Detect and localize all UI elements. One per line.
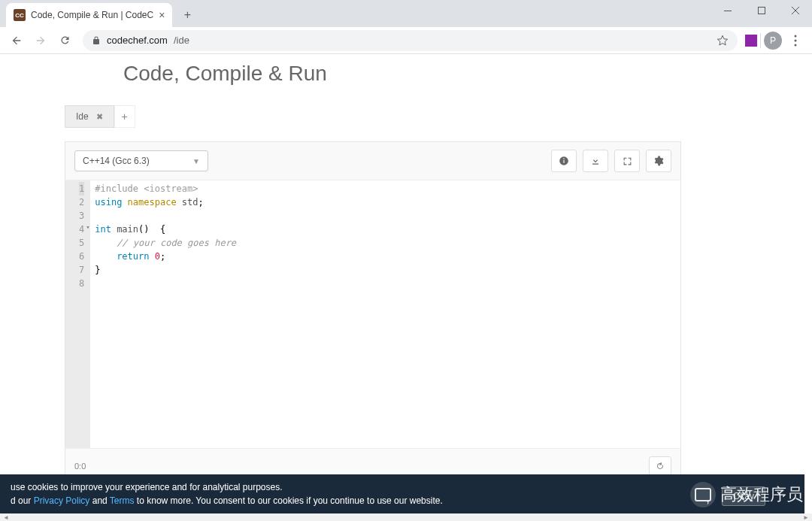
settings-button[interactable] <box>646 150 671 172</box>
horizontal-scrollbar[interactable]: ◄ ► <box>0 513 812 521</box>
toolbar-divider <box>760 33 761 48</box>
url-host: codechef.com <box>107 35 168 46</box>
page-title: Code, Compile & Run <box>123 62 681 86</box>
tab-title: Code, Compile & Run | CodeC <box>31 10 153 20</box>
svg-point-6 <box>795 44 797 46</box>
ide-tab-label: Ide <box>76 111 89 122</box>
svg-rect-1 <box>758 8 765 14</box>
cookie-banner: use cookies to improve your experience a… <box>0 474 804 513</box>
lock-icon <box>92 35 101 46</box>
browser-toolbar: codechef.com/ide P <box>0 27 812 54</box>
svg-rect-0 <box>724 11 732 11</box>
ide-toolbar: C++14 (Gcc 6.3) ▼ <box>65 142 680 180</box>
terms-link[interactable]: Terms <box>110 495 135 506</box>
address-bar[interactable]: codechef.com/ide <box>83 30 738 51</box>
profile-avatar[interactable]: P <box>764 32 782 50</box>
svg-rect-8 <box>563 160 564 163</box>
wechat-icon <box>690 482 716 507</box>
ide-tab-close-icon[interactable]: ✖ <box>96 112 103 122</box>
svg-point-4 <box>795 35 797 37</box>
bookmark-star-icon[interactable] <box>717 35 729 47</box>
page-scroll[interactable]: Code, Compile & Run Ide ✖ + C++14 (Gcc 6… <box>0 54 804 513</box>
ide-tab-add-button[interactable]: + <box>114 105 135 128</box>
scroll-left-icon[interactable]: ◄ <box>0 513 12 521</box>
browser-tab-strip: CC Code, Compile & Run | CodeC × + <box>0 0 812 27</box>
line-gutter: 12345678 <box>65 180 90 448</box>
cookie-text-1: use cookies to improve your experience a… <box>11 480 794 494</box>
language-label: C++14 (Gcc 6.3) <box>83 156 150 166</box>
svg-point-5 <box>795 39 797 41</box>
watermark-text: 高效程序员 <box>720 483 803 506</box>
window-minimize[interactable] <box>710 0 744 21</box>
refresh-button[interactable] <box>649 456 671 476</box>
download-button[interactable] <box>583 150 608 172</box>
window-close[interactable] <box>778 0 812 21</box>
ide-tab-active[interactable]: Ide ✖ <box>65 105 114 128</box>
watermark: 高效程序员 <box>690 482 803 507</box>
extension-icon[interactable] <box>745 35 757 47</box>
caret-down-icon: ▼ <box>192 157 200 165</box>
scroll-right-icon[interactable]: ► <box>800 513 812 521</box>
language-select[interactable]: C++14 (Gcc 6.3) ▼ <box>74 150 208 171</box>
privacy-policy-link[interactable]: Privacy Policy <box>34 495 90 506</box>
code-content[interactable]: #include <iostream> using namespace std;… <box>90 180 680 448</box>
back-button[interactable] <box>6 30 27 51</box>
new-tab-button[interactable]: + <box>177 5 198 26</box>
info-button[interactable] <box>551 150 577 172</box>
window-maximize[interactable] <box>744 0 778 21</box>
fullscreen-button[interactable] <box>614 150 640 172</box>
cursor-position: 0:0 <box>74 462 86 471</box>
browser-menu-button[interactable] <box>785 30 806 51</box>
browser-tab-active[interactable]: CC Code, Compile & Run | CodeC × <box>6 3 172 27</box>
reload-button[interactable] <box>54 30 75 51</box>
ide-container: C++14 (Gcc 6.3) ▼ <box>65 141 681 484</box>
favicon-icon: CC <box>14 9 26 21</box>
code-editor[interactable]: 12345678 #include <iostream> using names… <box>65 180 680 448</box>
ide-tabs: Ide ✖ + <box>65 105 681 128</box>
forward-button[interactable] <box>30 30 51 51</box>
url-path: /ide <box>174 35 189 46</box>
tab-close-icon[interactable]: × <box>159 9 165 21</box>
svg-point-9 <box>563 158 565 159</box>
